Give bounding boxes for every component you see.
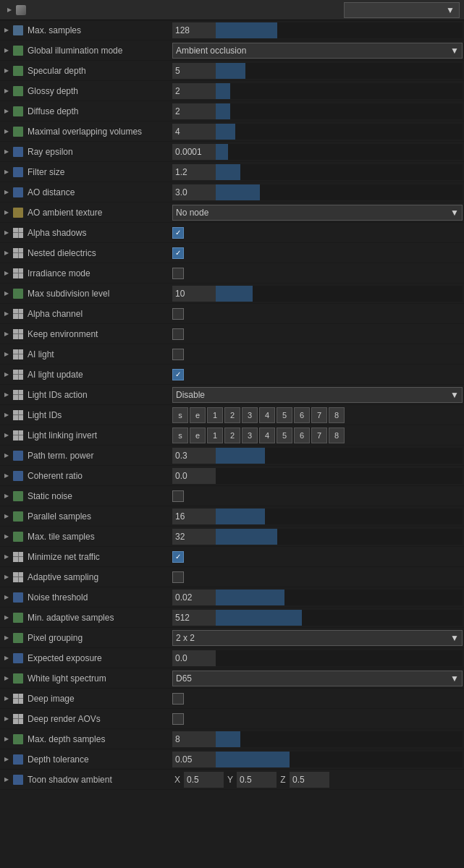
- coherent-ratio-control[interactable]: 0.0: [172, 468, 463, 484]
- light-ids-btn-8[interactable]: 8: [329, 407, 345, 423]
- maximal-overlapping-volumes-control[interactable]: 4: [172, 124, 463, 140]
- light-linking-invert-btn-s[interactable]: s: [172, 427, 188, 443]
- kernel-dropdown[interactable]: ▼: [344, 2, 460, 18]
- glossy-depth-control[interactable]: 2: [172, 83, 463, 99]
- global-illumination-mode-expander[interactable]: ▶: [1, 47, 12, 54]
- diffuse-depth-control[interactable]: 2: [172, 103, 463, 119]
- deep-image-checkbox[interactable]: [172, 693, 184, 705]
- ai-light-checkbox[interactable]: [172, 349, 184, 360]
- max-tile-samples-control[interactable]: 32: [172, 529, 463, 545]
- ao-distance-control[interactable]: 3.0: [172, 184, 463, 200]
- toon-shadow-ambient-y-input[interactable]: [237, 772, 277, 788]
- max-samples-value[interactable]: 128: [172, 22, 216, 38]
- light-ids-expander[interactable]: ▶: [1, 412, 12, 418]
- max-depth-samples-expander[interactable]: ▶: [1, 736, 12, 742]
- max-depth-samples-control[interactable]: 8: [172, 731, 463, 747]
- light-ids-btn-s[interactable]: s: [172, 407, 188, 423]
- glossy-depth-value[interactable]: 2: [172, 83, 216, 99]
- alpha-channel-expander[interactable]: ▶: [1, 310, 12, 317]
- max-samples-control[interactable]: 128: [172, 22, 463, 38]
- noise-threshold-expander[interactable]: ▶: [1, 594, 12, 600]
- noise-threshold-control[interactable]: 0.02: [172, 590, 463, 605]
- static-noise-expander[interactable]: ▶: [1, 493, 12, 499]
- ao-distance-value[interactable]: 3.0: [172, 184, 216, 200]
- light-ids-btn-4[interactable]: 4: [259, 407, 275, 423]
- light-linking-invert-btn-e[interactable]: e: [190, 427, 206, 443]
- minimize-net-traffic-expander[interactable]: ▶: [1, 553, 12, 560]
- noise-threshold-value[interactable]: 0.02: [172, 590, 216, 605]
- alpha-channel-checkbox[interactable]: [172, 308, 184, 320]
- max-samples-expander[interactable]: ▶: [1, 27, 12, 33]
- maximal-overlapping-volumes-expander[interactable]: ▶: [1, 128, 12, 135]
- max-subdivision-level-value[interactable]: 10: [172, 286, 216, 302]
- pixel-grouping-expander[interactable]: ▶: [1, 634, 12, 641]
- diffuse-depth-value[interactable]: 2: [172, 103, 216, 119]
- depth-tolerance-control[interactable]: 0.05: [172, 752, 463, 767]
- keep-environment-checkbox[interactable]: [172, 328, 184, 340]
- coherent-ratio-value[interactable]: 0.0: [172, 468, 216, 484]
- filter-size-expander[interactable]: ▶: [1, 169, 12, 175]
- minimize-net-traffic-checkbox[interactable]: ✓: [172, 551, 184, 563]
- white-light-spectrum-dropdown[interactable]: D65 ▼: [172, 671, 463, 686]
- deep-render-aovs-checkbox[interactable]: [172, 713, 184, 725]
- ao-ambient-texture-dropdown[interactable]: No node ▼: [172, 205, 463, 221]
- alpha-shadows-checkbox[interactable]: ✓: [172, 227, 184, 239]
- ai-light-expander[interactable]: ▶: [1, 351, 12, 357]
- ray-epsilon-control[interactable]: 0.0001: [172, 144, 463, 160]
- min-adaptive-samples-expander[interactable]: ▶: [1, 614, 12, 621]
- light-linking-invert-btn-3[interactable]: 3: [242, 427, 258, 443]
- parallel-samples-control[interactable]: 16: [172, 509, 463, 524]
- deep-render-aovs-expander[interactable]: ▶: [1, 715, 12, 722]
- light-ids-btn-7[interactable]: 7: [311, 407, 327, 423]
- expander-icon[interactable]: ▶: [4, 7, 14, 13]
- white-light-spectrum-expander[interactable]: ▶: [1, 675, 12, 681]
- maximal-overlapping-volumes-value[interactable]: 4: [172, 124, 216, 140]
- depth-tolerance-value[interactable]: 0.05: [172, 752, 216, 767]
- coherent-ratio-expander[interactable]: ▶: [1, 472, 12, 479]
- max-depth-samples-value[interactable]: 8: [172, 731, 216, 747]
- light-linking-invert-btn-7[interactable]: 7: [311, 427, 327, 443]
- parallel-samples-value[interactable]: 16: [172, 509, 216, 524]
- specular-depth-control[interactable]: 5: [172, 63, 463, 79]
- parallel-samples-expander[interactable]: ▶: [1, 513, 12, 519]
- light-ids-action-dropdown[interactable]: Disable ▼: [172, 387, 463, 403]
- specular-depth-value[interactable]: 5: [172, 63, 216, 79]
- light-ids-btn-5[interactable]: 5: [277, 407, 292, 423]
- diffuse-depth-expander[interactable]: ▶: [1, 108, 12, 114]
- glossy-depth-expander[interactable]: ▶: [1, 88, 12, 94]
- light-linking-invert-btn-2[interactable]: 2: [224, 427, 240, 443]
- irradiance-mode-expander[interactable]: ▶: [1, 270, 12, 276]
- deep-image-expander[interactable]: ▶: [1, 695, 12, 702]
- max-tile-samples-value[interactable]: 32: [172, 529, 216, 545]
- ai-light-update-expander[interactable]: ▶: [1, 371, 12, 378]
- filter-size-value[interactable]: 1.2: [172, 164, 216, 180]
- max-subdivision-level-expander[interactable]: ▶: [1, 290, 12, 297]
- light-linking-invert-btn-8[interactable]: 8: [329, 427, 345, 443]
- global-illumination-mode-dropdown[interactable]: Ambient occlusion ▼: [172, 43, 463, 59]
- ray-epsilon-expander[interactable]: ▶: [1, 148, 12, 155]
- max-tile-samples-expander[interactable]: ▶: [1, 533, 12, 540]
- pixel-grouping-dropdown[interactable]: 2 x 2 ▼: [172, 630, 463, 646]
- filter-size-control[interactable]: 1.2: [172, 164, 463, 180]
- light-linking-invert-btn-6[interactable]: 6: [294, 427, 310, 443]
- adaptive-sampling-expander[interactable]: ▶: [1, 574, 12, 580]
- light-linking-invert-btn-1[interactable]: 1: [207, 427, 223, 443]
- adaptive-sampling-checkbox[interactable]: [172, 571, 184, 583]
- toon-shadow-ambient-expander[interactable]: ▶: [1, 776, 12, 783]
- min-adaptive-samples-value[interactable]: 512: [172, 610, 216, 626]
- max-subdivision-level-control[interactable]: 10: [172, 286, 463, 302]
- light-ids-btn-2[interactable]: 2: [224, 407, 240, 423]
- depth-tolerance-expander[interactable]: ▶: [1, 756, 12, 762]
- light-linking-invert-btn-5[interactable]: 5: [277, 427, 292, 443]
- min-adaptive-samples-control[interactable]: 512: [172, 610, 463, 626]
- specular-depth-expander[interactable]: ▶: [1, 67, 12, 74]
- light-linking-invert-expander[interactable]: ▶: [1, 432, 12, 438]
- irradiance-mode-checkbox[interactable]: [172, 268, 184, 279]
- ao-ambient-texture-expander[interactable]: ▶: [1, 209, 12, 216]
- nested-dielectrics-expander[interactable]: ▶: [1, 250, 12, 256]
- alpha-shadows-expander[interactable]: ▶: [1, 229, 12, 236]
- light-linking-invert-btn-4[interactable]: 4: [259, 427, 275, 443]
- light-ids-btn-1[interactable]: 1: [207, 407, 223, 423]
- light-ids-action-expander[interactable]: ▶: [1, 391, 12, 398]
- ray-epsilon-value[interactable]: 0.0001: [172, 144, 216, 160]
